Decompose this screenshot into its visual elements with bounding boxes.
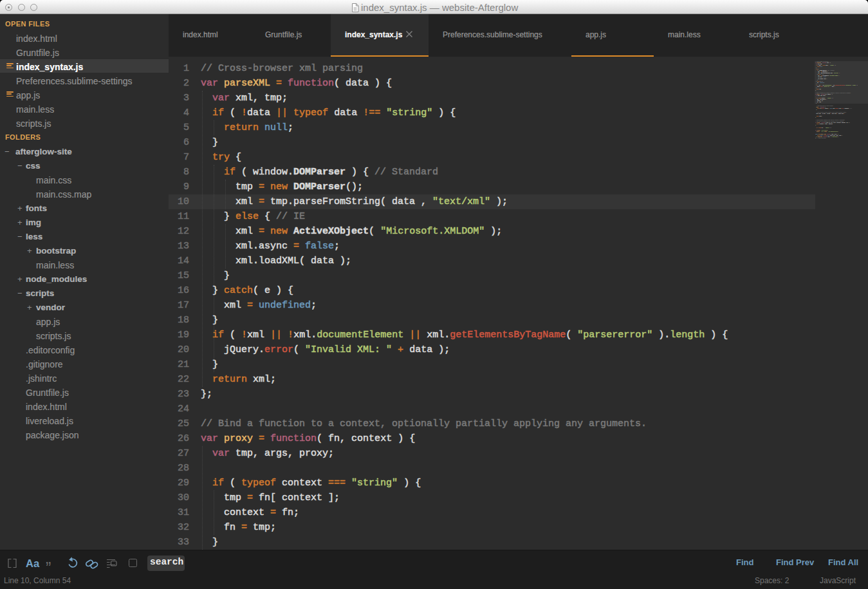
- svg-text:”: ”: [46, 559, 51, 574]
- svg-text:Aa: Aa: [26, 557, 40, 569]
